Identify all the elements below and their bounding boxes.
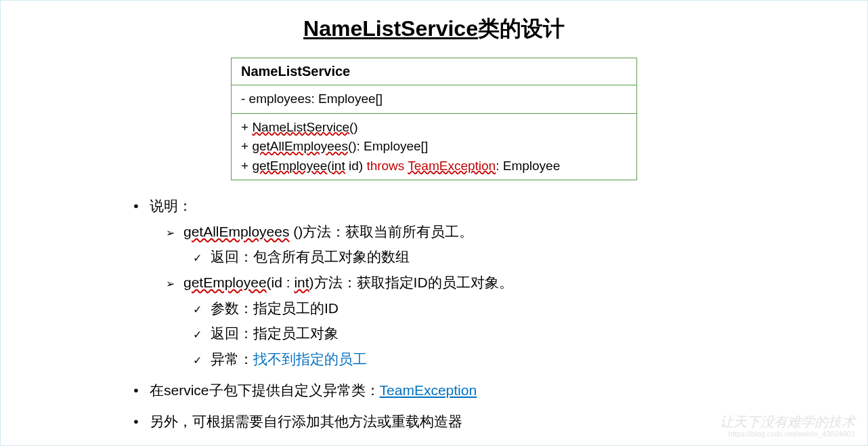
- uml-class-name: NameListService: [232, 58, 636, 85]
- bullet-getemployee-exception: 异常：找不到指定的员工: [183, 347, 745, 371]
- bullet-explain: • 说明：: [123, 194, 745, 218]
- title-rest: 类的设计: [478, 16, 565, 41]
- check-icon: [183, 245, 211, 269]
- watermark: 让天下没有难学的技术 https://blog.csdn.net/weixin_…: [720, 413, 855, 439]
- bullet-mark-dot: •: [123, 194, 150, 218]
- uml-method-getall: + getAllEmployees(): Employee[]: [241, 137, 627, 157]
- page-title: NameListService类的设计: [1, 14, 867, 44]
- team-exception-link[interactable]: TeamException: [380, 382, 477, 398]
- bullet-getemployee-param: 参数：指定员工的ID: [183, 296, 745, 321]
- bullet-mark-dot: •: [123, 378, 150, 403]
- check-icon: [183, 321, 211, 346]
- uml-class-box: NameListService - employees: Employee[] …: [231, 58, 637, 180]
- arrow-icon: [156, 270, 183, 295]
- bullet-getemployee-return: 返回：指定员工对象: [183, 321, 745, 346]
- check-icon: [183, 296, 211, 321]
- bullet-method-getall-return: 返回：包含所有员工对象的数组: [183, 245, 745, 269]
- bullet-service-package: • 在service子包下提供自定义异常类：TeamException: [123, 378, 745, 403]
- uml-method-constructor: + NameListService(): [241, 118, 627, 138]
- bullet-method-getemployee: getEmployee(id : int)方法：获取指定ID的员工对象。: [156, 270, 745, 295]
- watermark-text: 让天下没有难学的技术: [720, 413, 855, 430]
- uml-methods: + NameListService() + getAllEmployees():…: [232, 114, 636, 180]
- bullet-method-getall: getAllEmployees ()方法：获取当前所有员工。: [156, 220, 745, 244]
- watermark-url: https://blog.csdn.net/weixin_43824601: [720, 430, 855, 439]
- arrow-icon: [156, 220, 183, 244]
- bullet-extra-note: • 另外，可根据需要自行添加其他方法或重载构造器: [123, 409, 745, 434]
- check-icon: [183, 347, 211, 371]
- uml-method-getemployee: + getEmployee(int id) throws TeamExcepti…: [241, 157, 627, 176]
- content-body: • 说明： getAllEmployees ()方法：获取当前所有员工。 返回：…: [123, 194, 745, 433]
- title-underlined: NameListService: [303, 16, 478, 41]
- bullet-mark-dot: •: [123, 409, 150, 434]
- uml-attributes: - employees: Employee[]: [232, 85, 636, 114]
